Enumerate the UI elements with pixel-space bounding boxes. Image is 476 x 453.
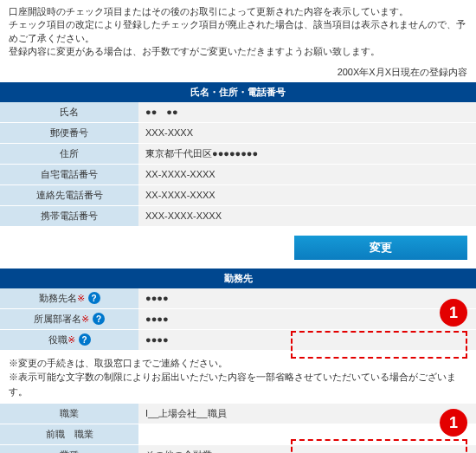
note2: ※表示可能な文字数の制限によりお届出いただいた内容を一部省略させていただいている… — [9, 370, 467, 398]
section2-rows: 勤務先名※ ? ●●●● 所属部署名※ ? ●●●● 役職※ ? ●●●● — [0, 288, 476, 351]
row-value-contacttel: XX-XXXX-XXXX — [138, 185, 476, 205]
intro-line1: 口座開設時のチェック項目またはその後のお取引によって更新された内容を表示していま… — [9, 5, 467, 18]
row-value-employer: ●●●● — [138, 288, 476, 308]
annotation-badge-1: 1 — [440, 299, 467, 327]
row-value-address: 東京都千代田区●●●●●●●● — [138, 144, 476, 164]
help-icon[interactable]: ? — [93, 313, 105, 325]
row-label-address: 住所 — [0, 144, 138, 164]
timestamp: 200X年X月X日現在の登録内容 — [0, 62, 476, 82]
row-label-occupation: 職業 — [0, 404, 138, 424]
row-label-industry: 業種 — [0, 445, 138, 453]
row-value-hometel: XX-XXXX-XXXX — [138, 165, 476, 184]
row-label-employer: 勤務先名※ ? — [0, 288, 138, 308]
note1: ※変更の手続きは、取扱窓口までご連絡ください。 — [9, 356, 467, 371]
row-label-name: 氏名 — [0, 102, 138, 122]
change-button-section1[interactable]: 変更 — [294, 236, 467, 260]
row-label-hometel: 自宅電話番号 — [0, 165, 138, 184]
annotation-badge-2: 1 — [440, 409, 467, 437]
section3-rows: 職業I__上場会社__職員 前職 職業 業種その他の金融業 — [0, 404, 476, 453]
help-icon[interactable]: ? — [79, 333, 91, 346]
section2-notes: ※変更の手続きは、取扱窓口までご連絡ください。 ※表示可能な文字数の制限によりお… — [0, 351, 476, 404]
row-label-postal: 郵便番号 — [0, 123, 138, 143]
row-label-contacttel: 連絡先電話番号 — [0, 185, 138, 205]
section1-rows: 氏名●● ●● 郵便番号XXX-XXXX 住所東京都千代田区●●●●●●●● 自… — [0, 102, 476, 227]
section2-header: 勤務先 — [0, 269, 476, 288]
row-value-position: ●●●● — [138, 330, 476, 350]
row-value-mobile: XXX-XXXX-XXXX — [138, 206, 476, 226]
intro-line2: チェック項目の改定により登録したチェック項目が廃止された場合は、該当項目は表示さ… — [9, 18, 467, 45]
intro-line3: 登録内容に変更がある場合は、お手数ですがご変更いただきますようお願い致します。 — [9, 45, 467, 58]
row-value-department: ●●●● — [138, 309, 476, 329]
intro-text: 口座開設時のチェック項目またはその後のお取引によって更新された内容を表示していま… — [0, 0, 476, 62]
row-value-name: ●● ●● — [138, 102, 476, 122]
help-icon[interactable]: ? — [88, 292, 100, 304]
row-value-industry: その他の金融業 — [138, 445, 476, 453]
row-value-occupation: I__上場会社__職員 — [138, 404, 476, 424]
row-label-department: 所属部署名※ ? — [0, 309, 138, 329]
section1-header: 氏名・住所・電話番号 — [0, 82, 476, 102]
row-label-prev-occupation: 前職 職業 — [0, 424, 138, 444]
row-label-position: 役職※ ? — [0, 330, 138, 350]
row-label-mobile: 携帯電話番号 — [0, 206, 138, 226]
row-value-prev-occupation — [138, 424, 476, 444]
row-value-postal: XXX-XXXX — [138, 123, 476, 143]
